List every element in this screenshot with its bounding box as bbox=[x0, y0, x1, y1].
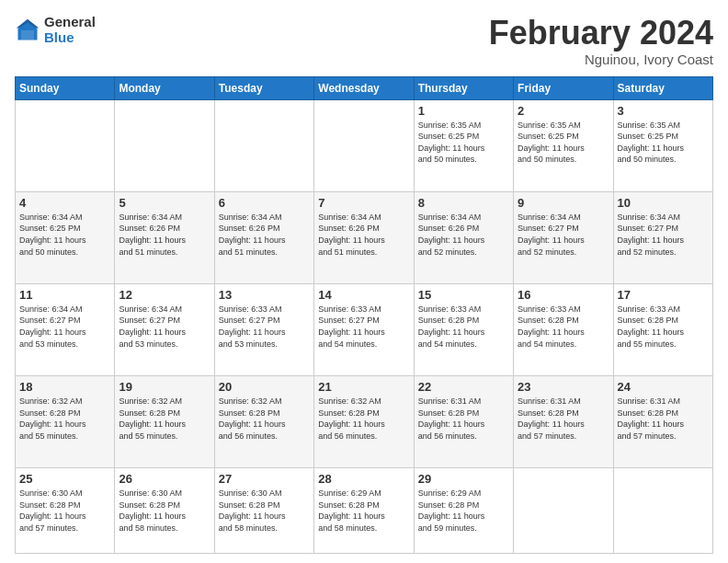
col-header-saturday: Saturday bbox=[613, 76, 712, 99]
day-info: Sunrise: 6:33 AM Sunset: 6:28 PM Dayligh… bbox=[418, 304, 509, 350]
calendar-cell: 19Sunrise: 6:32 AM Sunset: 6:28 PM Dayli… bbox=[115, 376, 214, 468]
calendar-cell: 12Sunrise: 6:34 AM Sunset: 6:27 PM Dayli… bbox=[115, 283, 214, 375]
day-info: Sunrise: 6:30 AM Sunset: 6:28 PM Dayligh… bbox=[19, 488, 110, 534]
day-number: 21 bbox=[318, 380, 409, 394]
day-info: Sunrise: 6:32 AM Sunset: 6:28 PM Dayligh… bbox=[119, 396, 210, 442]
calendar-cell: 8Sunrise: 6:34 AM Sunset: 6:26 PM Daylig… bbox=[414, 191, 513, 283]
day-number: 22 bbox=[418, 380, 509, 394]
calendar-cell: 2Sunrise: 6:35 AM Sunset: 6:25 PM Daylig… bbox=[514, 99, 613, 191]
calendar-cell bbox=[214, 99, 313, 191]
day-info: Sunrise: 6:30 AM Sunset: 6:28 PM Dayligh… bbox=[119, 488, 210, 534]
day-info: Sunrise: 6:34 AM Sunset: 6:26 PM Dayligh… bbox=[119, 212, 210, 258]
day-info: Sunrise: 6:30 AM Sunset: 6:28 PM Dayligh… bbox=[219, 488, 310, 534]
calendar-cell: 29Sunrise: 6:29 AM Sunset: 6:28 PM Dayli… bbox=[414, 468, 513, 554]
calendar-cell bbox=[314, 99, 414, 191]
day-info: Sunrise: 6:32 AM Sunset: 6:28 PM Dayligh… bbox=[318, 396, 409, 442]
calendar-header-row: SundayMondayTuesdayWednesdayThursdayFrid… bbox=[16, 76, 713, 99]
day-number: 8 bbox=[418, 196, 509, 210]
calendar-cell: 15Sunrise: 6:33 AM Sunset: 6:28 PM Dayli… bbox=[414, 283, 513, 375]
calendar-cell: 22Sunrise: 6:31 AM Sunset: 6:28 PM Dayli… bbox=[414, 376, 513, 468]
calendar-cell: 1Sunrise: 6:35 AM Sunset: 6:25 PM Daylig… bbox=[414, 99, 513, 191]
calendar-cell: 4Sunrise: 6:34 AM Sunset: 6:25 PM Daylig… bbox=[16, 191, 115, 283]
day-info: Sunrise: 6:34 AM Sunset: 6:26 PM Dayligh… bbox=[219, 212, 310, 258]
day-info: Sunrise: 6:34 AM Sunset: 6:25 PM Dayligh… bbox=[19, 212, 110, 258]
day-info: Sunrise: 6:35 AM Sunset: 6:25 PM Dayligh… bbox=[518, 120, 609, 166]
col-header-monday: Monday bbox=[115, 76, 214, 99]
day-number: 28 bbox=[318, 472, 409, 486]
day-number: 17 bbox=[618, 288, 709, 302]
calendar-cell bbox=[115, 99, 214, 191]
day-number: 19 bbox=[119, 380, 210, 394]
day-info: Sunrise: 6:33 AM Sunset: 6:28 PM Dayligh… bbox=[518, 304, 609, 350]
calendar-cell: 10Sunrise: 6:34 AM Sunset: 6:27 PM Dayli… bbox=[613, 191, 712, 283]
calendar-table: SundayMondayTuesdayWednesdayThursdayFrid… bbox=[15, 76, 713, 554]
calendar-cell bbox=[16, 99, 115, 191]
calendar-cell: 16Sunrise: 6:33 AM Sunset: 6:28 PM Dayli… bbox=[514, 283, 613, 375]
day-number: 11 bbox=[19, 288, 110, 302]
col-header-friday: Friday bbox=[514, 76, 613, 99]
day-number: 14 bbox=[318, 288, 409, 302]
day-info: Sunrise: 6:33 AM Sunset: 6:27 PM Dayligh… bbox=[318, 304, 409, 350]
day-number: 10 bbox=[618, 196, 709, 210]
logo: General Blue bbox=[15, 15, 96, 45]
location: Nguinou, Ivory Coast bbox=[489, 52, 713, 67]
day-number: 15 bbox=[418, 288, 509, 302]
calendar-row-3: 18Sunrise: 6:32 AM Sunset: 6:28 PM Dayli… bbox=[16, 376, 713, 468]
day-info: Sunrise: 6:32 AM Sunset: 6:28 PM Dayligh… bbox=[219, 396, 310, 442]
calendar-row-0: 1Sunrise: 6:35 AM Sunset: 6:25 PM Daylig… bbox=[16, 99, 713, 191]
day-info: Sunrise: 6:35 AM Sunset: 6:25 PM Dayligh… bbox=[618, 120, 709, 166]
day-number: 4 bbox=[19, 196, 110, 210]
logo-text: General Blue bbox=[44, 15, 96, 45]
day-number: 25 bbox=[19, 472, 110, 486]
calendar-row-1: 4Sunrise: 6:34 AM Sunset: 6:25 PM Daylig… bbox=[16, 191, 713, 283]
calendar-cell: 21Sunrise: 6:32 AM Sunset: 6:28 PM Dayli… bbox=[314, 376, 414, 468]
day-number: 26 bbox=[119, 472, 210, 486]
month-title: February 2024 bbox=[489, 15, 713, 52]
day-info: Sunrise: 6:31 AM Sunset: 6:28 PM Dayligh… bbox=[418, 396, 509, 442]
day-number: 5 bbox=[119, 196, 210, 210]
day-number: 16 bbox=[518, 288, 609, 302]
day-number: 7 bbox=[318, 196, 409, 210]
day-info: Sunrise: 6:34 AM Sunset: 6:26 PM Dayligh… bbox=[418, 212, 509, 258]
calendar-cell: 26Sunrise: 6:30 AM Sunset: 6:28 PM Dayli… bbox=[115, 468, 214, 554]
calendar-cell: 11Sunrise: 6:34 AM Sunset: 6:27 PM Dayli… bbox=[16, 283, 115, 375]
day-info: Sunrise: 6:29 AM Sunset: 6:28 PM Dayligh… bbox=[318, 488, 409, 534]
calendar-cell: 24Sunrise: 6:31 AM Sunset: 6:28 PM Dayli… bbox=[613, 376, 712, 468]
day-number: 2 bbox=[518, 104, 609, 118]
day-info: Sunrise: 6:34 AM Sunset: 6:27 PM Dayligh… bbox=[518, 212, 609, 258]
day-info: Sunrise: 6:34 AM Sunset: 6:27 PM Dayligh… bbox=[618, 212, 709, 258]
day-number: 3 bbox=[618, 104, 709, 118]
calendar-cell: 27Sunrise: 6:30 AM Sunset: 6:28 PM Dayli… bbox=[214, 468, 313, 554]
calendar-cell: 23Sunrise: 6:31 AM Sunset: 6:28 PM Dayli… bbox=[514, 376, 613, 468]
svg-rect-2 bbox=[21, 30, 34, 40]
day-number: 18 bbox=[19, 380, 110, 394]
col-header-sunday: Sunday bbox=[16, 76, 115, 99]
day-number: 12 bbox=[119, 288, 210, 302]
calendar-cell bbox=[514, 468, 613, 554]
day-number: 20 bbox=[219, 380, 310, 394]
calendar-cell: 28Sunrise: 6:29 AM Sunset: 6:28 PM Dayli… bbox=[314, 468, 414, 554]
day-number: 13 bbox=[219, 288, 310, 302]
day-number: 27 bbox=[219, 472, 310, 486]
calendar-cell: 6Sunrise: 6:34 AM Sunset: 6:26 PM Daylig… bbox=[214, 191, 313, 283]
day-info: Sunrise: 6:32 AM Sunset: 6:28 PM Dayligh… bbox=[19, 396, 110, 442]
logo-blue: Blue bbox=[44, 30, 96, 46]
header: General Blue February 2024 Nguinou, Ivor… bbox=[15, 15, 713, 67]
day-info: Sunrise: 6:34 AM Sunset: 6:27 PM Dayligh… bbox=[119, 304, 210, 350]
day-number: 23 bbox=[518, 380, 609, 394]
day-info: Sunrise: 6:29 AM Sunset: 6:28 PM Dayligh… bbox=[418, 488, 509, 534]
title-block: February 2024 Nguinou, Ivory Coast bbox=[489, 15, 713, 67]
day-number: 24 bbox=[618, 380, 709, 394]
col-header-thursday: Thursday bbox=[414, 76, 513, 99]
day-number: 29 bbox=[418, 472, 509, 486]
col-header-wednesday: Wednesday bbox=[314, 76, 414, 99]
calendar-row-4: 25Sunrise: 6:30 AM Sunset: 6:28 PM Dayli… bbox=[16, 468, 713, 554]
logo-general: General bbox=[44, 15, 96, 30]
day-info: Sunrise: 6:34 AM Sunset: 6:27 PM Dayligh… bbox=[19, 304, 110, 350]
calendar-cell: 5Sunrise: 6:34 AM Sunset: 6:26 PM Daylig… bbox=[115, 191, 214, 283]
day-info: Sunrise: 6:34 AM Sunset: 6:26 PM Dayligh… bbox=[318, 212, 409, 258]
page: General Blue February 2024 Nguinou, Ivor… bbox=[0, 0, 728, 563]
day-info: Sunrise: 6:31 AM Sunset: 6:28 PM Dayligh… bbox=[518, 396, 609, 442]
calendar-cell: 13Sunrise: 6:33 AM Sunset: 6:27 PM Dayli… bbox=[214, 283, 313, 375]
calendar-cell: 18Sunrise: 6:32 AM Sunset: 6:28 PM Dayli… bbox=[16, 376, 115, 468]
